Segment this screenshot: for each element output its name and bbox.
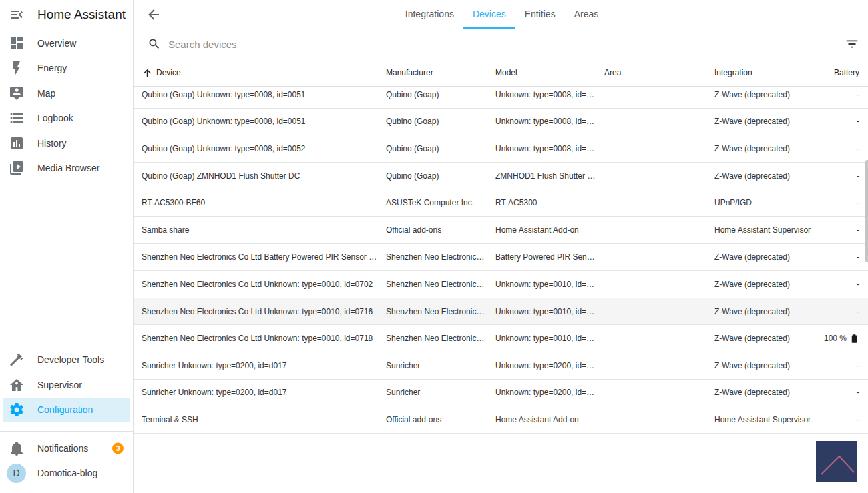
sidebar-item-label: Developer Tools [37, 354, 104, 365]
cell-battery: - [824, 280, 859, 289]
cell-integration: Z-Wave (deprecated) [714, 117, 824, 126]
tab-integrations[interactable]: Integrations [396, 0, 463, 29]
cell-integration: Z-Wave (deprecated) [714, 334, 824, 343]
sidebar-item-label: Supervisor [37, 380, 82, 390]
cell-integration: Z-Wave (deprecated) [714, 144, 824, 153]
format-list-bulleted-icon [9, 110, 25, 126]
cell-manufacturer: Qubino (Goap) [386, 117, 495, 126]
cell-manufacturer: ASUSTeK Computer Inc. [386, 198, 495, 207]
table-row[interactable]: RT-AC5300-BF60 ASUSTeK Computer Inc. RT-… [134, 189, 868, 217]
cell-model: Unknown: type=0200, id=d017 [495, 361, 604, 370]
cell-battery: - [824, 361, 859, 370]
sidebar-item-history[interactable]: History [0, 131, 133, 156]
cell-device: Sunricher Unknown: type=0200, id=d017 [142, 361, 386, 370]
cell-model: Unknown: type=0010, id=0716 [495, 307, 604, 316]
cell-battery: - [824, 144, 859, 153]
cell-device: RT-AC5300-BF60 [142, 198, 386, 207]
cell-model: Unknown: type=0200, id=d017 [495, 388, 604, 397]
cog-icon [9, 402, 25, 418]
cell-device: Samba share [142, 225, 386, 235]
table-row[interactable]: Terminal & SSH Official add-ons Home Ass… [134, 406, 868, 434]
view-dashboard-icon [9, 35, 25, 51]
sort-ascending-icon[interactable] [142, 67, 153, 79]
sidebar-item-media-browser[interactable]: Media Browser [0, 156, 133, 181]
cell-integration: Z-Wave (deprecated) [714, 171, 824, 181]
cell-integration: Home Assistant Supervisor [714, 225, 824, 235]
table-row[interactable]: Sunricher Unknown: type=0200, id=d017 Su… [134, 352, 868, 380]
column-header-model[interactable]: Model [495, 68, 604, 77]
sidebar-item-overview[interactable]: Overview [0, 31, 133, 56]
cell-manufacturer: Shenzhen Neo Electronics Co … [386, 280, 495, 289]
cell-integration: Z-Wave (deprecated) [714, 361, 824, 370]
sidebar-item-profile[interactable]: D Domotica-blog [0, 461, 133, 486]
table-row[interactable]: Qubino (Goap) Unknown: type=0008, id=005… [134, 135, 868, 163]
app-root: Home Assistant Overview Energy Map [0, 0, 868, 493]
filter-icon[interactable] [845, 37, 859, 51]
cell-battery: - [824, 415, 859, 424]
cell-integration: Z-Wave (deprecated) [714, 90, 824, 99]
menu-open-icon[interactable] [9, 7, 25, 23]
table-row[interactable]: Qubino (Goap) Unknown: type=0008, id=005… [134, 87, 868, 109]
main-content: Integrations Devices Entities Areas Devi… [134, 0, 868, 493]
table-row[interactable]: Samba share Official add-ons Home Assist… [134, 217, 868, 244]
column-header-device[interactable]: Device [142, 67, 386, 79]
table-rows: Qubino (Goap) Unknown: type=0008, id=005… [134, 87, 868, 434]
cell-manufacturer: Official add-ons [386, 415, 495, 424]
cell-battery: - [824, 388, 859, 397]
cell-model: Home Assistant Add-on [495, 225, 604, 235]
chart-thumbnail-line [821, 456, 854, 474]
cell-battery: - [824, 225, 859, 235]
play-box-multiple-icon [9, 160, 25, 176]
cell-model: Battery Powered PIR Sensor V2 [495, 252, 604, 262]
hammer-icon [9, 352, 25, 368]
sidebar-item-configuration[interactable]: Configuration [3, 398, 130, 423]
sidebar-spacer [0, 181, 133, 348]
column-header-integration[interactable]: Integration [714, 68, 824, 77]
tab-areas[interactable]: Areas [565, 0, 608, 29]
cell-manufacturer: Qubino (Goap) [386, 90, 495, 99]
cell-model: Unknown: type=0008, id=0051 [495, 90, 604, 99]
table-row[interactable]: Shenzhen Neo Electronics Co Ltd Unknown:… [134, 325, 868, 352]
cell-model: Unknown: type=0008, id=0051 [495, 117, 604, 126]
sidebar-item-developer-tools[interactable]: Developer Tools [0, 348, 133, 373]
column-header-manufacturer[interactable]: Manufacturer [386, 68, 495, 77]
table-row[interactable]: Qubino (Goap) ZMNHOD1 Flush Shutter DC Q… [134, 163, 868, 190]
column-header-battery[interactable]: Battery [824, 68, 859, 77]
sidebar-item-label: Map [37, 88, 55, 99]
table-row[interactable]: Shenzhen Neo Electronics Co Ltd Battery … [134, 244, 868, 272]
sidebar-item-notifications[interactable]: Notifications 3 [0, 436, 133, 461]
cell-integration: Home Assistant Supervisor [714, 415, 824, 424]
tab-devices[interactable]: Devices [463, 0, 515, 29]
search-input[interactable] [167, 38, 568, 51]
sidebar-item-label: Configuration [37, 404, 93, 415]
cell-manufacturer: Official add-ons [386, 225, 495, 235]
table-row-highlighted[interactable]: Shenzhen Neo Electronics Co Ltd Unknown:… [134, 298, 868, 326]
cell-manufacturer: Sunricher [386, 388, 495, 397]
cell-manufacturer: Shenzhen Neo Electronics Co … [386, 307, 495, 316]
sidebar-item-supervisor[interactable]: Supervisor [0, 372, 133, 398]
cell-device: Qubino (Goap) Unknown: type=0008, id=005… [142, 90, 386, 99]
sidebar-item-label: Notifications [37, 443, 88, 454]
cell-model: ZMNHOD1 Flush Shutter DC [495, 171, 604, 181]
cell-manufacturer: Shenzhen Neo Electronics Co … [386, 252, 495, 262]
vertical-scrollbar-thumb[interactable] [865, 160, 868, 262]
cell-integration: Z-Wave (deprecated) [714, 388, 824, 397]
sidebar-item-map[interactable]: Map [0, 81, 133, 106]
lightning-bolt-icon [9, 60, 25, 76]
cell-device: Shenzhen Neo Electronics Co Ltd Battery … [142, 252, 386, 262]
cell-integration: UPnP/IGD [714, 198, 824, 207]
sidebar-item-energy[interactable]: Energy [0, 56, 133, 81]
table-row[interactable]: Sunricher Unknown: type=0200, id=d017 Su… [134, 380, 868, 407]
table-row[interactable]: Shenzhen Neo Electronics Co Ltd Unknown:… [134, 271, 868, 298]
tab-entities[interactable]: Entities [515, 0, 565, 29]
sidebar-bottom: Developer Tools Supervisor Configuration [0, 348, 133, 493]
sidebar-item-logbook[interactable]: Logbook [0, 106, 133, 131]
cell-model: Unknown: type=0008, id=0052 [495, 144, 604, 153]
sidebar-header: Home Assistant [0, 0, 133, 29]
cell-battery: - [824, 171, 859, 181]
cell-model: Home Assistant Add-on [495, 415, 604, 424]
column-header-area[interactable]: Area [604, 68, 714, 77]
table-row[interactable]: Qubino (Goap) Unknown: type=0008, id=005… [134, 109, 868, 136]
home-assistant-icon [9, 377, 25, 393]
table-body: Qubino (Goap) Unknown: type=0008, id=005… [134, 87, 868, 493]
